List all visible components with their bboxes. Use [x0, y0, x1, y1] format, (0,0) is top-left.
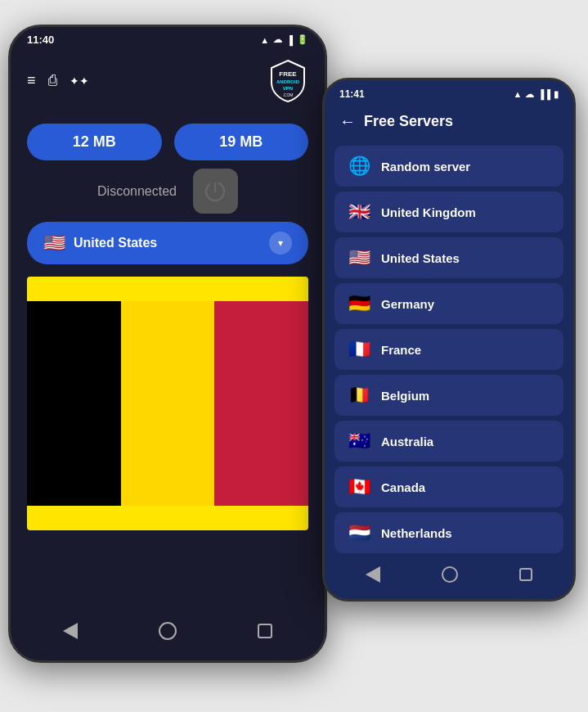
screen-title: Free Servers: [364, 113, 453, 130]
stats-row: 12 MB 19 MB: [27, 124, 308, 160]
server-list-item[interactable]: 🇳🇱Netherlands: [334, 512, 563, 553]
phone1-notch: [110, 27, 225, 45]
chevron-down-icon: ▾: [269, 232, 292, 255]
server-flag-icon: 🇨🇦: [347, 476, 371, 498]
phone2-status-icons: ▲ ☁ ▐▐ ▮: [514, 89, 559, 100]
power-icon: [204, 180, 227, 203]
nav2-home-button[interactable]: [442, 566, 458, 583]
phone2-navbar: [325, 557, 573, 593]
svg-text:.COM: .COM: [282, 92, 293, 97]
flag-main: [27, 301, 308, 506]
phone1-wifi-icon: ▲: [260, 35, 269, 45]
server-flag-icon: 🇺🇸: [347, 247, 371, 268]
phone2-battery-icon: ▮: [554, 89, 559, 100]
svg-text:VPN: VPN: [283, 86, 293, 91]
svg-text:FREE: FREE: [279, 70, 297, 78]
server-flag-icon: 🇦🇺: [347, 430, 371, 452]
server-name-label: Netherlands: [381, 526, 452, 540]
nav-recent-button[interactable]: [258, 624, 272, 638]
server-list-item[interactable]: 🇫🇷France: [334, 329, 563, 370]
server-flag-icon: 🇩🇪: [347, 293, 371, 314]
phone2-time: 11:41: [339, 88, 365, 100]
flag-black-stripe: [27, 301, 121, 506]
server-name-label: Australia: [381, 435, 433, 448]
server-flag-icon: 🇳🇱: [347, 522, 371, 543]
flag-yellow-stripe: [121, 301, 215, 506]
toolbar-left-icons: ≡ ⎙ ✦✦: [27, 72, 89, 89]
server-name-label: France: [381, 343, 421, 357]
server-list-item[interactable]: 🇦🇺Australia: [334, 421, 563, 462]
server-list-item[interactable]: 🇧🇪Belgium: [334, 375, 563, 416]
nav-back-button[interactable]: [63, 623, 78, 639]
server-list-item[interactable]: 🇬🇧United Kingdom: [334, 192, 563, 232]
belgium-flag-display: [27, 277, 308, 530]
server-flag-icon: 🇧🇪: [347, 385, 371, 406]
server-list-item[interactable]: 🇩🇪Germany: [334, 283, 563, 324]
share-icon[interactable]: ⎙: [48, 72, 57, 89]
upload-stat: 19 MB: [174, 124, 309, 160]
flag-bottom-stripe: [27, 506, 308, 530]
nav2-recent-button[interactable]: [519, 568, 532, 581]
server-flag-icon: 🇬🇧: [347, 201, 371, 223]
back-button[interactable]: ←: [339, 112, 356, 131]
country-flag: 🇺🇸: [43, 232, 65, 254]
phone1-cloud-icon: ☁: [273, 34, 282, 45]
star-icon[interactable]: ✦✦: [70, 74, 89, 88]
nav-home-button[interactable]: [159, 622, 177, 640]
server-name-label: Belgium: [381, 389, 429, 403]
server-name-label: United States: [381, 251, 460, 265]
phone2-header: ← Free Servers: [325, 104, 573, 139]
phone2-cloud-icon: ☁: [525, 89, 534, 100]
flag-red-stripe: [214, 301, 308, 506]
download-stat: 12 MB: [27, 124, 162, 160]
connection-status: Disconnected: [97, 184, 177, 199]
phone1: 11:40 ▲ ☁ ▐ 🔋 ≡ ⎙ ✦✦ FREE ANDROID VPN .C…: [8, 25, 327, 663]
server-list-item[interactable]: 🇺🇸United States: [334, 237, 563, 278]
server-list-item[interactable]: 🇨🇦Canada: [334, 466, 563, 507]
logo-shield-icon: FREE ANDROID VPN .COM: [267, 58, 308, 103]
power-button[interactable]: [193, 169, 238, 214]
server-name-label: United Kingdom: [381, 205, 476, 219]
flag-top-stripe: [27, 277, 308, 301]
country-name: United States: [74, 236, 261, 250]
server-name-label: Random server: [381, 160, 470, 173]
phone1-navbar: [11, 610, 325, 652]
country-selector[interactable]: 🇺🇸 United States ▾: [27, 222, 308, 264]
phone2-status-bar: 11:41 ▲ ☁ ▐▐ ▮: [325, 80, 573, 104]
phone1-status-icons: ▲ ☁ ▐ 🔋: [260, 34, 308, 45]
server-name-label: Canada: [381, 480, 425, 494]
phone2-triangle-icon: ▲: [514, 89, 523, 99]
disconnected-row: Disconnected: [27, 169, 308, 214]
phone1-battery-icon: 🔋: [297, 34, 308, 45]
server-list-item[interactable]: 🌐Random server: [334, 146, 563, 187]
phone2: 11:41 ▲ ☁ ▐▐ ▮ ← Free Servers 🌐Random se…: [322, 78, 576, 602]
nav2-back-button[interactable]: [366, 566, 380, 583]
server-list: 🌐Random server🇬🇧United Kingdom🇺🇸United S…: [325, 139, 573, 560]
menu-icon[interactable]: ≡: [27, 72, 36, 89]
phone2-wifi-icon: ▐▐: [537, 89, 550, 99]
server-name-label: Germany: [381, 297, 434, 311]
phone1-signal-icon: ▐: [286, 35, 293, 45]
phone1-toolbar: ≡ ⎙ ✦✦ FREE ANDROID VPN .COM: [11, 50, 325, 111]
server-flag-icon: 🌐: [347, 155, 371, 177]
svg-text:ANDROID: ANDROID: [276, 79, 300, 84]
app-logo: FREE ANDROID VPN .COM: [267, 58, 308, 103]
phone1-time: 11:40: [27, 34, 54, 46]
server-flag-icon: 🇫🇷: [347, 339, 371, 360]
